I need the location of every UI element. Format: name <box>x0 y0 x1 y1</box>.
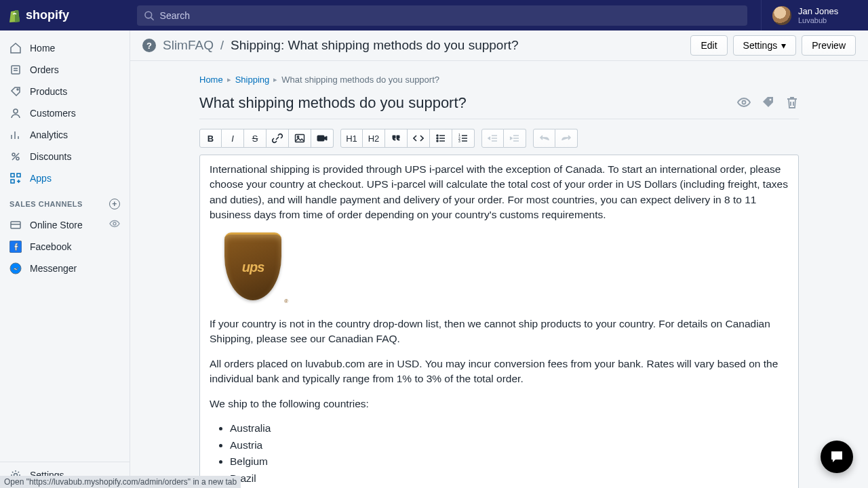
channel-facebook[interactable]: Facebook <box>0 236 130 258</box>
svg-point-4 <box>14 109 18 113</box>
registered-mark: ® <box>284 298 288 306</box>
bold-button[interactable]: B <box>199 129 222 148</box>
body-paragraph: If your country is not in the country dr… <box>210 317 789 347</box>
svg-point-16 <box>770 98 772 100</box>
help-icon[interactable]: ? <box>142 39 156 52</box>
strike-button[interactable]: S <box>244 129 267 148</box>
body-paragraph: We ship to the following countries: <box>210 396 789 411</box>
sales-channels-header: SALES CHANNELS + <box>0 189 130 214</box>
breadcrumb-sep: / <box>220 39 224 53</box>
shopify-logo[interactable]: shopify <box>8 8 130 23</box>
user-shop: Luvabub <box>798 16 838 24</box>
country-item: Austria <box>230 438 789 453</box>
redo-button[interactable] <box>555 129 578 148</box>
number-list-button[interactable]: 123 <box>452 129 475 148</box>
edit-button-label: Edit <box>701 40 717 51</box>
nav-discounts[interactable]: Discounts <box>0 146 130 167</box>
svg-point-21 <box>437 138 438 139</box>
link-button[interactable] <box>267 129 289 148</box>
editor-body[interactable]: International shipping is provided throu… <box>199 155 799 488</box>
search-icon <box>144 10 155 21</box>
crumb-home[interactable]: Home <box>199 75 223 85</box>
svg-rect-19 <box>317 136 324 141</box>
undo-button[interactable] <box>533 129 555 148</box>
tag-icon[interactable] <box>761 95 776 112</box>
nav-orders-label: Orders <box>30 64 59 75</box>
analytics-icon <box>9 129 22 141</box>
svg-rect-9 <box>11 180 14 183</box>
svg-point-15 <box>743 100 746 104</box>
app-title[interactable]: SlimFAQ <box>163 38 214 53</box>
chat-launcher[interactable] <box>821 441 853 473</box>
user-name: Jan Jones <box>798 6 838 16</box>
visibility-icon[interactable] <box>736 95 751 112</box>
global-search[interactable] <box>137 5 747 26</box>
customers-icon <box>9 107 22 119</box>
search-input[interactable] <box>160 10 741 21</box>
nav-products[interactable]: Products <box>0 81 130 102</box>
settings-button[interactable]: Settings▾ <box>733 35 797 56</box>
nav-customers[interactable]: Customers <box>0 102 130 124</box>
products-icon <box>9 85 22 98</box>
divider <box>199 119 799 119</box>
svg-point-22 <box>437 140 438 142</box>
channel-online-store[interactable]: Online Store <box>0 214 130 236</box>
nav-home[interactable]: Home <box>0 37 130 59</box>
h1-button[interactable]: H1 <box>340 129 363 148</box>
country-item: Australia <box>230 421 789 436</box>
shopify-bag-icon <box>8 8 22 23</box>
channel-messenger-label: Messenger <box>30 263 77 274</box>
ups-logo-text: ups <box>242 258 264 277</box>
preview-button-label: Preview <box>812 40 846 51</box>
delete-icon[interactable] <box>785 95 799 112</box>
svg-rect-8 <box>17 174 20 177</box>
channel-messenger[interactable]: Messenger <box>0 258 130 279</box>
page-title: Shipping: What shipping methods do you s… <box>231 38 519 53</box>
svg-point-11 <box>113 222 116 225</box>
online-store-icon <box>9 219 22 231</box>
avatar <box>772 6 791 25</box>
svg-point-0 <box>145 12 152 18</box>
crumb-shipping[interactable]: Shipping <box>235 75 270 85</box>
video-button[interactable] <box>311 129 334 148</box>
outdent-button[interactable] <box>481 129 504 148</box>
messenger-icon <box>9 262 22 274</box>
svg-rect-7 <box>11 174 14 177</box>
nav-apps[interactable]: Apps <box>0 167 130 189</box>
apps-icon <box>9 172 22 184</box>
brand-name: shopify <box>26 8 69 22</box>
add-channel-button[interactable]: + <box>109 199 120 209</box>
question-title: What shipping methods do you support? <box>199 94 736 112</box>
browser-status-hint: Open "https://luvabub.myshopify.com/admi… <box>0 476 241 488</box>
crumb-current: What shipping methods do you support? <box>281 75 439 85</box>
indent-button[interactable] <box>504 129 526 148</box>
nav-analytics[interactable]: Analytics <box>0 124 130 146</box>
italic-button[interactable]: I <box>222 129 244 148</box>
nav-orders[interactable]: Orders <box>0 59 130 81</box>
body-paragraph: All orders placed on luvabub.com are in … <box>210 357 789 387</box>
h2-button[interactable]: H2 <box>363 129 385 148</box>
bullet-list-button[interactable] <box>430 129 452 148</box>
svg-rect-2 <box>12 66 20 74</box>
svg-rect-17 <box>296 135 304 142</box>
chevron-down-icon: ▾ <box>781 40 786 51</box>
code-button[interactable] <box>408 129 430 148</box>
quote-button[interactable] <box>385 129 408 148</box>
svg-point-18 <box>297 136 298 138</box>
ups-logo: ups ® <box>219 232 287 307</box>
view-store-icon[interactable] <box>109 218 120 231</box>
settings-button-label: Settings <box>743 40 778 51</box>
nav-discounts-label: Discounts <box>30 151 71 162</box>
breadcrumb: Home ▸ Shipping ▸ What shipping methods … <box>199 75 799 85</box>
image-button[interactable] <box>289 129 311 148</box>
sidebar: Home Orders Products Customers Analytics… <box>0 30 130 488</box>
channel-facebook-label: Facebook <box>30 241 71 252</box>
svg-point-20 <box>437 135 438 136</box>
preview-button[interactable]: Preview <box>802 35 856 56</box>
nav-home-label: Home <box>30 43 55 54</box>
user-menu[interactable]: Jan Jones Luvabub <box>761 0 838 30</box>
channel-online-store-label: Online Store <box>30 220 83 230</box>
sales-channels-label: SALES CHANNELS <box>9 200 83 208</box>
edit-button[interactable]: Edit <box>690 35 727 56</box>
country-item: Belgium <box>230 454 789 469</box>
